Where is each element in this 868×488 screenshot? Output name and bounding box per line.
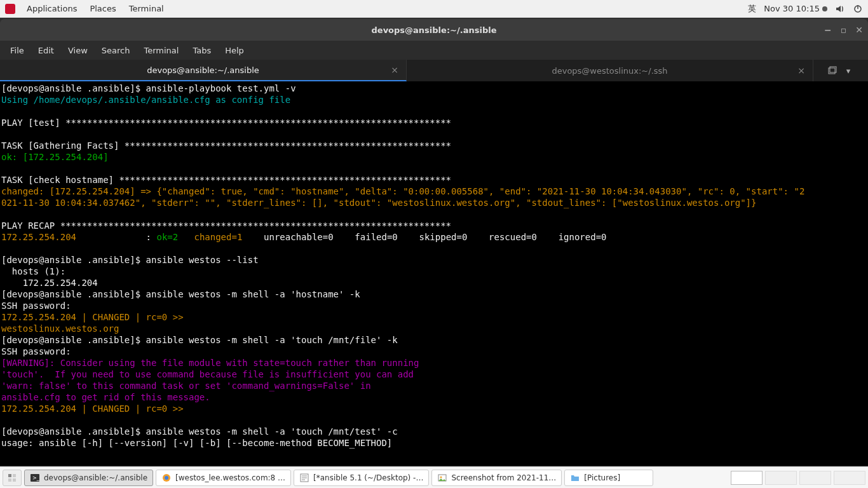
- svg-rect-7: [13, 478, 16, 482]
- tray-slot: [834, 471, 865, 485]
- svg-point-11: [165, 476, 168, 480]
- terminal-line: TASK [Gathering Facts] *****************…: [1, 140, 451, 151]
- tray-input[interactable]: [731, 471, 763, 485]
- top-panel: Applications Places Terminal 英 Nov 30 10…: [0, 0, 868, 18]
- task-files[interactable]: [Pictures]: [564, 470, 653, 486]
- terminal-line: usage: ansible [-h] [--version] [-v] [-b…: [1, 438, 392, 448]
- terminal-line: 172.25.254.204: [1, 278, 98, 288]
- volume-icon[interactable]: [835, 4, 845, 14]
- workspace-switcher[interactable]: [3, 470, 22, 486]
- tab-2[interactable]: devops@westoslinux:~/.ssh ×: [407, 60, 813, 81]
- recap-rest: unreachable=0 failed=0 skipped=0 rescued…: [259, 232, 607, 242]
- recap-host: 172.25.254.204: [1, 232, 76, 242]
- task-browser[interactable]: [westos_lee.westos.com:8 …: [156, 470, 291, 486]
- terminal-line: hosts (1):: [1, 266, 65, 276]
- terminal-line: 'warn: false' to this command task or se…: [1, 381, 371, 391]
- terminal-line: PLAY RECAP *****************************…: [1, 220, 451, 231]
- menu-terminal[interactable]: Terminal: [137, 43, 185, 58]
- terminal-line: 172.25.254.204 | CHANGED | rc=0 >>: [1, 403, 184, 414]
- maximize-button[interactable]: ▫: [841, 25, 847, 35]
- folder-icon: [570, 473, 580, 483]
- power-icon[interactable]: [853, 4, 863, 14]
- svg-text:>_: >_: [32, 475, 40, 481]
- terminal-window: devops@ansible:~/.ansible − ▫ ✕ File Edi…: [0, 19, 868, 466]
- svg-rect-6: [8, 478, 11, 482]
- task-image[interactable]: Screenshot from 2021-11…: [431, 470, 562, 486]
- tray-slot: [765, 471, 797, 485]
- terminal-line: [devops@ansible .ansible]$ ansible westo…: [1, 426, 398, 437]
- terminal-line: [devops@ansible .ansible]$ ansible westo…: [1, 289, 360, 299]
- tab-close-icon[interactable]: ×: [391, 65, 398, 75]
- svg-rect-5: [13, 474, 16, 477]
- tab-1[interactable]: devops@ansible:~/.ansible ×: [0, 60, 407, 81]
- terminal-line: ansible.cfg to get rid of this message.: [1, 392, 210, 402]
- input-method-indicator[interactable]: 英: [748, 3, 756, 15]
- applications-menu[interactable]: Applications: [20, 4, 83, 13]
- window-title: devops@ansible:~/.ansible: [372, 25, 497, 35]
- terminal-line: TASK [check hostname] ******************…: [1, 175, 451, 185]
- editor-icon: [299, 473, 309, 483]
- terminal-menu[interactable]: Terminal: [123, 4, 170, 13]
- terminal-line: [devops@ansible .ansible]$ ansible westo…: [1, 255, 259, 265]
- terminal-output[interactable]: [devops@ansible .ansible]$ ansible-playb…: [0, 81, 868, 466]
- task-editor[interactable]: [*ansible 5.1 (~/Desktop) -…: [294, 470, 429, 486]
- image-icon: [437, 473, 447, 483]
- terminal-line: SSH password:: [1, 346, 76, 356]
- terminal-icon: >_: [30, 473, 40, 483]
- task-label: [*ansible 5.1 (~/Desktop) -…: [313, 473, 423, 482]
- menu-help[interactable]: Help: [219, 43, 250, 58]
- menubar: File Edit View Search Terminal Tabs Help: [0, 41, 868, 60]
- terminal-line: Using /home/devops/.ansible/ansible.cfg …: [1, 95, 290, 105]
- tab-label: devops@ansible:~/.ansible: [147, 65, 259, 75]
- menu-view[interactable]: View: [62, 43, 94, 58]
- new-tab-button[interactable]: [827, 65, 837, 76]
- task-label: devops@ansible:~/.ansible: [44, 473, 147, 482]
- clock[interactable]: Nov 30 10:15: [764, 4, 827, 13]
- task-label: [Pictures]: [584, 473, 620, 482]
- taskbar: >_ devops@ansible:~/.ansible [westos_lee…: [0, 466, 868, 488]
- close-button[interactable]: ✕: [855, 25, 863, 35]
- window-titlebar[interactable]: devops@ansible:~/.ansible − ▫ ✕: [0, 19, 868, 41]
- svg-point-14: [440, 476, 442, 478]
- task-label: [westos_lee.westos.com:8 …: [175, 473, 285, 482]
- task-terminal[interactable]: >_ devops@ansible:~/.ansible: [24, 470, 153, 486]
- terminal-line: ok: [172.25.254.204]: [1, 152, 109, 162]
- tab-label: devops@westoslinux:~/.ssh: [552, 66, 667, 76]
- task-label: Screenshot from 2021-11…: [451, 473, 556, 482]
- distro-icon: [5, 4, 15, 14]
- terminal-line: [WARNING]: Consider using the file modul…: [1, 358, 419, 368]
- tab-menu-icon[interactable]: ▾: [846, 66, 851, 76]
- terminal-line: 021-11-30 10:04:34.037462", "stderr": ""…: [1, 198, 756, 208]
- terminal-line: 172.25.254.204 | CHANGED | rc=0 >>: [1, 312, 184, 322]
- tab-close-icon[interactable]: ×: [797, 65, 805, 76]
- minimize-button[interactable]: −: [824, 25, 832, 35]
- tabbar: devops@ansible:~/.ansible × devops@westo…: [0, 60, 868, 81]
- terminal-line: PLAY [test] ****************************…: [1, 118, 451, 128]
- system-tray: 英 Nov 30 10:15: [748, 3, 863, 15]
- terminal-line: changed: [172.25.254.204] => {"changed":…: [1, 186, 804, 196]
- tray-slot: [799, 471, 831, 485]
- terminal-line: [devops@ansible .ansible]$ ansible-playb…: [1, 83, 296, 93]
- recap-changed: changed=1: [194, 232, 258, 242]
- terminal-line: [devops@ansible .ansible]$ ansible westo…: [1, 335, 398, 345]
- recap-sep: :: [76, 232, 156, 242]
- recap-ok: ok=2: [156, 232, 194, 242]
- terminal-line: westoslinux.westos.org: [1, 323, 119, 334]
- terminal-line: SSH password:: [1, 301, 76, 311]
- browser-icon: [161, 473, 172, 483]
- places-menu[interactable]: Places: [83, 4, 122, 13]
- menu-search[interactable]: Search: [95, 43, 137, 58]
- menu-tabs[interactable]: Tabs: [186, 43, 217, 58]
- terminal-line: 'touch'. If you need to use command beca…: [1, 369, 414, 379]
- svg-rect-4: [8, 474, 11, 477]
- menu-edit[interactable]: Edit: [32, 43, 60, 58]
- menu-file[interactable]: File: [4, 43, 31, 58]
